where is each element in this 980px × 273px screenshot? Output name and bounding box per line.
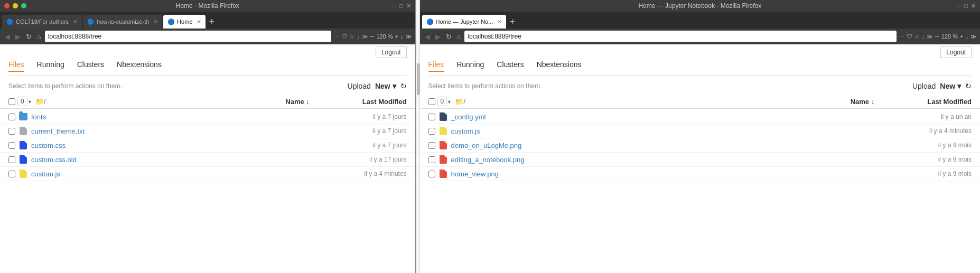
right-new-tab-button[interactable]: +: [507, 15, 517, 29]
right-file-name-png3[interactable]: home_view.png: [451, 170, 905, 178]
minimize-icon[interactable]: ─: [957, 3, 962, 10]
close-icon[interactable]: ✕: [406, 3, 411, 10]
right-file-icon-js: [438, 126, 448, 136]
min-dot[interactable]: [13, 3, 18, 8]
left-address-bar: ◀ ▶ ↻ ⌂ localhost:8888/tree ⋯ 🛡 ☆ ↓ ≫ ─ …: [0, 29, 415, 44]
right-zoom-plus[interactable]: +: [960, 33, 963, 40]
left-zoom-plus[interactable]: +: [395, 33, 398, 40]
right-file-check-js[interactable]: [428, 128, 435, 135]
reload-button[interactable]: ↻: [24, 33, 33, 41]
right-tab-clusters[interactable]: Clusters: [497, 60, 524, 72]
left-file-check-css[interactable]: [8, 142, 15, 149]
more-icon[interactable]: ≫: [362, 33, 368, 40]
left-file-check-js[interactable]: [8, 171, 15, 177]
right-file-name-yml[interactable]: _config.yml: [451, 113, 905, 121]
right-file-check-png2[interactable]: [428, 156, 435, 163]
left-scrollbar[interactable]: [416, 0, 420, 273]
left-file-item-txt: current_theme.txt il y a 7 jours: [0, 124, 415, 138]
left-upload-button[interactable]: Upload: [348, 82, 371, 90]
left-breadcrumb[interactable]: 📁/: [35, 98, 46, 106]
maximize-icon[interactable]: □: [399, 3, 403, 10]
left-count-dropdown[interactable]: ▾: [29, 99, 31, 105]
scroll-thumb[interactable]: [417, 63, 420, 95]
left-download-arrow: ↓: [400, 33, 404, 40]
left-file-name-js[interactable]: custom.js: [31, 170, 340, 178]
right-breadcrumb[interactable]: 📁/: [455, 98, 465, 106]
right-tab-running[interactable]: Running: [456, 60, 484, 72]
left-refresh-button[interactable]: ↻: [400, 82, 407, 90]
left-file-toolbar: Select items to perform actions on them.…: [0, 80, 415, 92]
maximize-icon[interactable]: □: [964, 3, 968, 10]
left-tab-colt18[interactable]: 🔵 COLT18/For authors ✕: [2, 15, 82, 29]
right-upload-button[interactable]: Upload: [912, 82, 936, 90]
back-button[interactable]: ◀: [3, 33, 12, 41]
right-col-headers: Name ↓ Last Modified: [470, 98, 972, 106]
forward-button[interactable]: ▶: [434, 33, 442, 41]
left-tab-colt18-close[interactable]: ✕: [73, 18, 78, 25]
left-file-check-cssold[interactable]: [8, 156, 15, 163]
forward-button[interactable]: ▶: [14, 33, 22, 41]
bookmark-icon[interactable]: ☆: [914, 33, 920, 40]
right-count-box: 0: [437, 97, 447, 106]
right-file-check-yml[interactable]: [428, 114, 435, 120]
right-tab-files[interactable]: Files: [428, 60, 444, 72]
right-file-icon-yml: [438, 112, 448, 121]
left-new-button[interactable]: New ▾: [375, 82, 396, 90]
left-file-name-fonts[interactable]: fonts: [31, 113, 340, 121]
more-icon[interactable]: ≫: [927, 33, 933, 40]
left-tab-running[interactable]: Running: [37, 60, 64, 72]
tab-favicon: 🔵: [87, 18, 95, 25]
reader-icon: ⋯: [333, 33, 339, 40]
left-tab-home-close[interactable]: ✕: [197, 18, 201, 25]
left-tab-howto-close[interactable]: ✕: [153, 18, 158, 25]
right-tab-home[interactable]: 🔵 Home — Jupyter No... ✕: [422, 15, 507, 29]
left-tab-clusters[interactable]: Clusters: [77, 60, 104, 72]
left-file-name-txt[interactable]: current_theme.txt: [31, 127, 340, 135]
left-address-box[interactable]: localhost:8888/tree: [45, 31, 331, 42]
close-icon[interactable]: ✕: [971, 3, 976, 10]
right-address-box[interactable]: localhost:8889/tree: [464, 31, 896, 42]
right-select-all-checkbox[interactable]: [428, 98, 435, 105]
bookmark-icon[interactable]: ☆: [349, 33, 354, 40]
right-file-name-png1[interactable]: demo_on_uLogMe.png: [451, 142, 905, 149]
back-button[interactable]: ◀: [423, 33, 432, 41]
tab-favicon: 🔵: [167, 18, 175, 25]
left-new-tab-button[interactable]: +: [207, 15, 217, 29]
right-file-item-png2: editing_a_notebook.png il y a 9 mois: [420, 153, 980, 167]
home-button[interactable]: ⌂: [35, 33, 43, 41]
left-count-badge: 0 ▾: [17, 97, 31, 106]
left-browser-panel: Home - Mozilla Firefox ─ □ ✕ 🔵 COLT18/Fo…: [0, 0, 416, 273]
reload-button[interactable]: ↻: [444, 33, 453, 41]
left-file-name-cssold[interactable]: custom.css.old: [31, 156, 340, 164]
left-tab-howto[interactable]: 🔵 how-to-customize-th ✕: [83, 15, 162, 29]
left-tab-nbextensions[interactable]: Nbextensions: [117, 60, 162, 72]
close-dot[interactable]: [4, 3, 10, 8]
left-select-all-checkbox[interactable]: [8, 98, 15, 105]
right-count-dropdown[interactable]: ▾: [448, 99, 451, 105]
right-col-name[interactable]: Name ↓: [851, 98, 875, 106]
left-file-check-txt[interactable]: [8, 128, 15, 135]
right-new-button[interactable]: New ▾: [940, 82, 961, 90]
right-logout-button[interactable]: Logout: [940, 46, 972, 58]
right-count-badge: 0 ▾: [437, 97, 451, 106]
home-button[interactable]: ⌂: [455, 33, 463, 41]
right-file-name-png2[interactable]: editing_a_notebook.png: [451, 156, 905, 164]
left-tab-home[interactable]: 🔵 Home ✕: [163, 15, 206, 29]
right-page-content: Logout Files Running Clusters Nbextensio…: [420, 44, 980, 273]
right-file-check-png1[interactable]: [428, 142, 435, 149]
right-file-name-js[interactable]: custom.js: [451, 127, 905, 135]
file-icon: [440, 155, 447, 164]
left-col-name[interactable]: Name ↓: [285, 98, 310, 106]
right-refresh-button[interactable]: ↻: [965, 82, 972, 90]
minimize-icon[interactable]: ─: [392, 3, 396, 10]
left-logout-button[interactable]: Logout: [376, 46, 407, 58]
right-file-check-png3[interactable]: [428, 171, 435, 177]
right-tab-nbextensions[interactable]: Nbextensions: [537, 60, 582, 72]
left-file-name-css[interactable]: custom.css: [31, 142, 340, 149]
left-more-controls[interactable]: ≫: [406, 33, 412, 40]
right-tab-home-close[interactable]: ✕: [497, 18, 502, 25]
max-dot[interactable]: [21, 3, 26, 8]
left-file-check-fonts[interactable]: [8, 114, 15, 120]
right-more-controls[interactable]: ≫: [970, 33, 977, 40]
left-tab-files[interactable]: Files: [8, 60, 24, 72]
